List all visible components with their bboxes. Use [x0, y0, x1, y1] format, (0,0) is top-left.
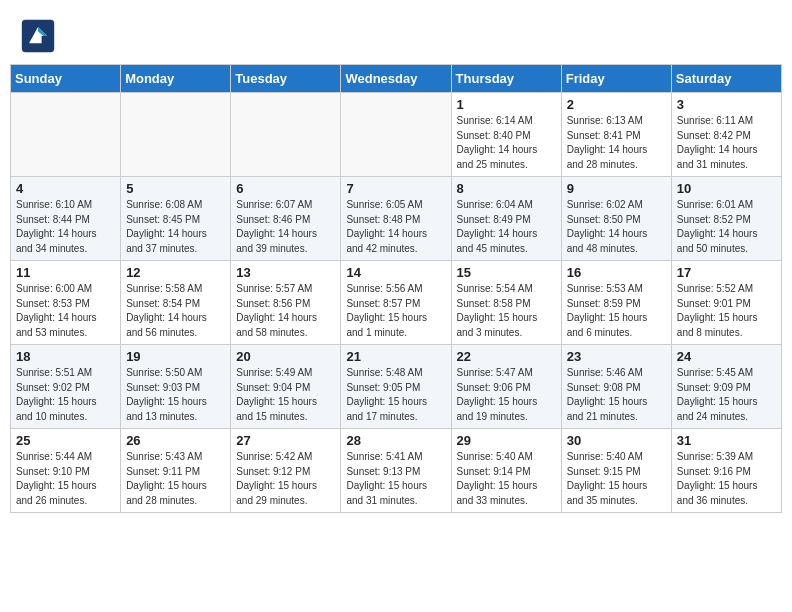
calendar-cell: 17Sunrise: 5:52 AMSunset: 9:01 PMDayligh…: [671, 261, 781, 345]
day-number: 1: [457, 97, 556, 112]
calendar-cell: 30Sunrise: 5:40 AMSunset: 9:15 PMDayligh…: [561, 429, 671, 513]
calendar-cell: 27Sunrise: 5:42 AMSunset: 9:12 PMDayligh…: [231, 429, 341, 513]
day-info: Sunrise: 6:08 AMSunset: 8:45 PMDaylight:…: [126, 198, 225, 256]
day-info: Sunrise: 6:07 AMSunset: 8:46 PMDaylight:…: [236, 198, 335, 256]
day-info: Sunrise: 5:40 AMSunset: 9:14 PMDaylight:…: [457, 450, 556, 508]
day-number: 15: [457, 265, 556, 280]
day-info: Sunrise: 5:41 AMSunset: 9:13 PMDaylight:…: [346, 450, 445, 508]
day-info: Sunrise: 5:56 AMSunset: 8:57 PMDaylight:…: [346, 282, 445, 340]
day-info: Sunrise: 6:05 AMSunset: 8:48 PMDaylight:…: [346, 198, 445, 256]
day-number: 8: [457, 181, 556, 196]
day-info: Sunrise: 5:47 AMSunset: 9:06 PMDaylight:…: [457, 366, 556, 424]
calendar-cell: 20Sunrise: 5:49 AMSunset: 9:04 PMDayligh…: [231, 345, 341, 429]
calendar-cell: 7Sunrise: 6:05 AMSunset: 8:48 PMDaylight…: [341, 177, 451, 261]
calendar-week-4: 18Sunrise: 5:51 AMSunset: 9:02 PMDayligh…: [11, 345, 782, 429]
day-number: 21: [346, 349, 445, 364]
day-info: Sunrise: 5:54 AMSunset: 8:58 PMDaylight:…: [457, 282, 556, 340]
weekday-header-thursday: Thursday: [451, 65, 561, 93]
weekday-header-wednesday: Wednesday: [341, 65, 451, 93]
calendar-cell: 29Sunrise: 5:40 AMSunset: 9:14 PMDayligh…: [451, 429, 561, 513]
day-number: 11: [16, 265, 115, 280]
calendar-cell: [341, 93, 451, 177]
day-number: 22: [457, 349, 556, 364]
day-number: 4: [16, 181, 115, 196]
calendar-week-1: 1Sunrise: 6:14 AMSunset: 8:40 PMDaylight…: [11, 93, 782, 177]
calendar-cell: 5Sunrise: 6:08 AMSunset: 8:45 PMDaylight…: [121, 177, 231, 261]
calendar-cell: 3Sunrise: 6:11 AMSunset: 8:42 PMDaylight…: [671, 93, 781, 177]
day-info: Sunrise: 5:49 AMSunset: 9:04 PMDaylight:…: [236, 366, 335, 424]
day-number: 25: [16, 433, 115, 448]
day-info: Sunrise: 5:57 AMSunset: 8:56 PMDaylight:…: [236, 282, 335, 340]
calendar-cell: 2Sunrise: 6:13 AMSunset: 8:41 PMDaylight…: [561, 93, 671, 177]
day-info: Sunrise: 5:45 AMSunset: 9:09 PMDaylight:…: [677, 366, 776, 424]
weekday-header-sunday: Sunday: [11, 65, 121, 93]
logo: [20, 18, 60, 54]
weekday-header-row: SundayMondayTuesdayWednesdayThursdayFrid…: [11, 65, 782, 93]
day-number: 18: [16, 349, 115, 364]
day-number: 26: [126, 433, 225, 448]
day-number: 7: [346, 181, 445, 196]
day-info: Sunrise: 5:53 AMSunset: 8:59 PMDaylight:…: [567, 282, 666, 340]
calendar-cell: 23Sunrise: 5:46 AMSunset: 9:08 PMDayligh…: [561, 345, 671, 429]
day-number: 28: [346, 433, 445, 448]
calendar-cell: 12Sunrise: 5:58 AMSunset: 8:54 PMDayligh…: [121, 261, 231, 345]
weekday-header-saturday: Saturday: [671, 65, 781, 93]
day-info: Sunrise: 5:46 AMSunset: 9:08 PMDaylight:…: [567, 366, 666, 424]
calendar-cell: 8Sunrise: 6:04 AMSunset: 8:49 PMDaylight…: [451, 177, 561, 261]
calendar-cell: 25Sunrise: 5:44 AMSunset: 9:10 PMDayligh…: [11, 429, 121, 513]
calendar-cell: 22Sunrise: 5:47 AMSunset: 9:06 PMDayligh…: [451, 345, 561, 429]
calendar-cell: 18Sunrise: 5:51 AMSunset: 9:02 PMDayligh…: [11, 345, 121, 429]
day-number: 20: [236, 349, 335, 364]
page-header: [10, 10, 782, 58]
calendar-cell: 13Sunrise: 5:57 AMSunset: 8:56 PMDayligh…: [231, 261, 341, 345]
day-info: Sunrise: 5:50 AMSunset: 9:03 PMDaylight:…: [126, 366, 225, 424]
day-info: Sunrise: 6:01 AMSunset: 8:52 PMDaylight:…: [677, 198, 776, 256]
day-number: 27: [236, 433, 335, 448]
day-number: 23: [567, 349, 666, 364]
calendar-cell: 19Sunrise: 5:50 AMSunset: 9:03 PMDayligh…: [121, 345, 231, 429]
day-info: Sunrise: 5:44 AMSunset: 9:10 PMDaylight:…: [16, 450, 115, 508]
day-number: 19: [126, 349, 225, 364]
day-info: Sunrise: 6:14 AMSunset: 8:40 PMDaylight:…: [457, 114, 556, 172]
day-info: Sunrise: 5:39 AMSunset: 9:16 PMDaylight:…: [677, 450, 776, 508]
weekday-header-tuesday: Tuesday: [231, 65, 341, 93]
day-info: Sunrise: 5:58 AMSunset: 8:54 PMDaylight:…: [126, 282, 225, 340]
calendar-body: 1Sunrise: 6:14 AMSunset: 8:40 PMDaylight…: [11, 93, 782, 513]
day-info: Sunrise: 5:40 AMSunset: 9:15 PMDaylight:…: [567, 450, 666, 508]
calendar-cell: [231, 93, 341, 177]
calendar-cell: 24Sunrise: 5:45 AMSunset: 9:09 PMDayligh…: [671, 345, 781, 429]
calendar-cell: 6Sunrise: 6:07 AMSunset: 8:46 PMDaylight…: [231, 177, 341, 261]
calendar-week-3: 11Sunrise: 6:00 AMSunset: 8:53 PMDayligh…: [11, 261, 782, 345]
day-number: 29: [457, 433, 556, 448]
day-info: Sunrise: 6:10 AMSunset: 8:44 PMDaylight:…: [16, 198, 115, 256]
day-number: 10: [677, 181, 776, 196]
day-info: Sunrise: 6:02 AMSunset: 8:50 PMDaylight:…: [567, 198, 666, 256]
day-info: Sunrise: 6:11 AMSunset: 8:42 PMDaylight:…: [677, 114, 776, 172]
calendar-cell: [121, 93, 231, 177]
calendar-cell: 28Sunrise: 5:41 AMSunset: 9:13 PMDayligh…: [341, 429, 451, 513]
calendar-cell: 26Sunrise: 5:43 AMSunset: 9:11 PMDayligh…: [121, 429, 231, 513]
calendar-cell: 15Sunrise: 5:54 AMSunset: 8:58 PMDayligh…: [451, 261, 561, 345]
day-number: 30: [567, 433, 666, 448]
calendar-week-2: 4Sunrise: 6:10 AMSunset: 8:44 PMDaylight…: [11, 177, 782, 261]
day-info: Sunrise: 5:52 AMSunset: 9:01 PMDaylight:…: [677, 282, 776, 340]
day-info: Sunrise: 5:42 AMSunset: 9:12 PMDaylight:…: [236, 450, 335, 508]
day-number: 3: [677, 97, 776, 112]
day-number: 16: [567, 265, 666, 280]
calendar-cell: 9Sunrise: 6:02 AMSunset: 8:50 PMDaylight…: [561, 177, 671, 261]
day-number: 24: [677, 349, 776, 364]
calendar-cell: 31Sunrise: 5:39 AMSunset: 9:16 PMDayligh…: [671, 429, 781, 513]
calendar-cell: 1Sunrise: 6:14 AMSunset: 8:40 PMDaylight…: [451, 93, 561, 177]
day-info: Sunrise: 5:51 AMSunset: 9:02 PMDaylight:…: [16, 366, 115, 424]
day-info: Sunrise: 6:04 AMSunset: 8:49 PMDaylight:…: [457, 198, 556, 256]
day-number: 12: [126, 265, 225, 280]
day-info: Sunrise: 6:00 AMSunset: 8:53 PMDaylight:…: [16, 282, 115, 340]
day-number: 5: [126, 181, 225, 196]
day-number: 2: [567, 97, 666, 112]
weekday-header-friday: Friday: [561, 65, 671, 93]
day-number: 31: [677, 433, 776, 448]
weekday-header-monday: Monday: [121, 65, 231, 93]
logo-icon: [20, 18, 56, 54]
calendar-cell: 4Sunrise: 6:10 AMSunset: 8:44 PMDaylight…: [11, 177, 121, 261]
day-number: 13: [236, 265, 335, 280]
